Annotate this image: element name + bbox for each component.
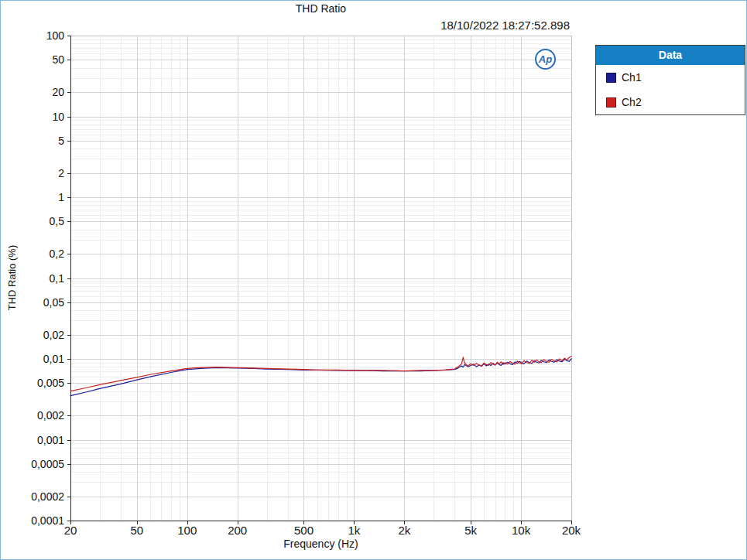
legend-item-ch1[interactable]: Ch1 — [596, 65, 745, 90]
y-tick-label: 0,005 — [37, 377, 64, 389]
legend-header: Data — [596, 46, 745, 65]
y-tick-label: 0,1 — [50, 272, 65, 285]
legend-label: Ch2 — [622, 96, 642, 108]
y-tick-label: 20 — [52, 86, 64, 98]
y-tick-label: 0,2 — [50, 248, 65, 260]
thd-ratio-graph-window: THD Ratio 18/10/2022 18:27:52.898 205010… — [0, 0, 747, 560]
y-tick-label: 2 — [58, 167, 64, 179]
x-tick-label: 50 — [130, 524, 143, 537]
legend-swatch — [606, 73, 616, 83]
x-tick-labels: 20501002005001k2k5k10k20k — [64, 524, 581, 537]
x-tick-label: 1k — [348, 524, 360, 537]
ap-logo-icon: Ap — [535, 49, 556, 70]
y-tick-label: 0,01 — [43, 353, 64, 365]
y-tick-label: 0,0001 — [31, 514, 64, 527]
y-tick-label: 5 — [58, 135, 64, 147]
legend-items: Ch1Ch2 — [596, 65, 745, 114]
y-tick-label: 0,05 — [43, 296, 64, 309]
x-tick-label: 500 — [294, 524, 314, 537]
x-tick-label: 10k — [512, 524, 531, 537]
x-tick-label: 20 — [64, 524, 77, 537]
y-tick-label: 0,0002 — [31, 490, 64, 503]
y-tick-label: 0,02 — [43, 329, 64, 341]
y-tick-label: 0,001 — [37, 434, 64, 446]
y-tick-label: 0,002 — [37, 409, 64, 422]
x-tick-label: 200 — [228, 524, 247, 537]
legend-item-ch2[interactable]: Ch2 — [596, 90, 745, 114]
y-tick-label: 10 — [52, 111, 64, 123]
y-tick-label: 0,0005 — [31, 458, 64, 470]
legend-label: Ch1 — [622, 71, 642, 84]
y-tick-label: 50 — [52, 53, 64, 66]
x-tick-label: 5k — [464, 524, 477, 537]
grid-minor — [70, 36, 571, 521]
x-tick-label: 100 — [177, 524, 197, 537]
x-tick-label: 20k — [562, 524, 581, 537]
legend-swatch — [606, 97, 616, 108]
y-tick-label: 0,5 — [50, 215, 65, 227]
y-tick-label: 1 — [58, 191, 64, 203]
x-tick-label: 2k — [398, 524, 410, 537]
x-axis-label: Frequency (Hz) — [70, 538, 571, 550]
y-tick-labels: 1005020105210,50,20,10,050,020,010,0050,… — [31, 29, 64, 527]
y-tick-label: 100 — [46, 29, 65, 42]
legend-panel: Data Ch1Ch2 — [595, 45, 745, 115]
y-axis-label: THD Ratio (%) — [6, 245, 18, 311]
